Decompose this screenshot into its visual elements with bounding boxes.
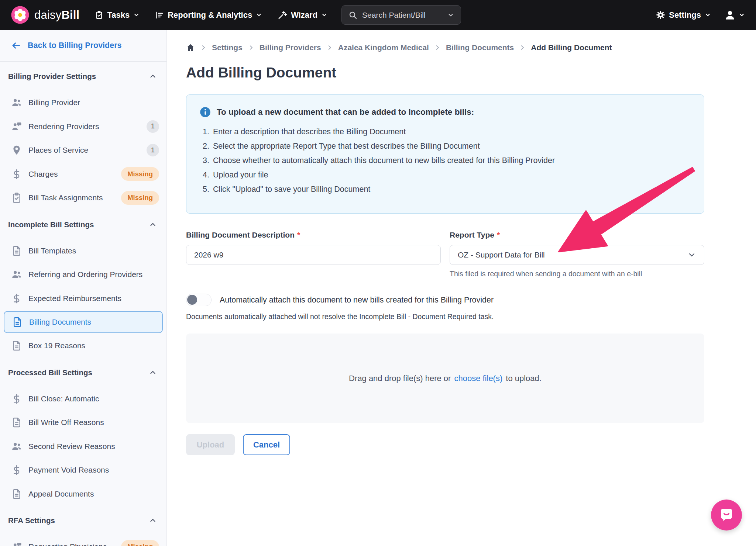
dropzone-text: to upload. [506, 374, 542, 383]
report-type-select[interactable]: OZ - Support Data for Bill [450, 245, 704, 265]
back-to-billing-providers-link[interactable]: Back to Billing Providers [0, 30, 166, 62]
document-icon [11, 417, 22, 428]
sidebar-item-requesting-physicians[interactable]: Requesting Physicians Missing [0, 535, 166, 546]
chevron-right-icon [326, 44, 333, 51]
sidebar-item-charges[interactable]: Charges Missing [0, 162, 166, 186]
missing-badge: Missing [121, 191, 159, 205]
sidebar-item-billing-provider[interactable]: Billing Provider [0, 91, 166, 115]
sidebar-item-expected-reimbursements[interactable]: Expected Reimbursements [0, 287, 166, 311]
auto-attach-toggle[interactable] [186, 294, 212, 306]
chevron-up-icon [149, 72, 157, 80]
gear-icon [656, 10, 665, 20]
sidebar-item-second-review-reasons[interactable]: Second Review Reasons [0, 435, 166, 459]
chevron-right-icon [519, 44, 526, 51]
nav-settings[interactable]: Settings [656, 10, 711, 20]
info-steps: Enter a description that describes the B… [200, 127, 691, 194]
nav-reporting-analytics[interactable]: Reporting & Analytics [155, 10, 262, 20]
document-icon [11, 488, 22, 500]
chevron-down-icon [687, 250, 696, 259]
user-account-menu[interactable] [724, 9, 745, 21]
count-badge: 1 [147, 144, 159, 156]
users-icon [11, 441, 22, 452]
section-header-incomplete-bill-settings[interactable]: Incomplete Bill Settings [0, 210, 166, 239]
section-billing-provider-settings: Billing Provider Settings Billing Provid… [0, 62, 166, 210]
map-pin-icon [11, 145, 22, 156]
section-header-processed-bill-settings[interactable]: Processed Bill Settings [0, 358, 166, 387]
section-header-rfa-settings[interactable]: RFA Settings [0, 506, 166, 535]
breadcrumb-settings[interactable]: Settings [212, 43, 243, 52]
chevron-down-icon[interactable] [447, 12, 454, 18]
auto-attach-note: Documents automatically attached will no… [186, 312, 756, 321]
upload-button[interactable]: Upload [186, 434, 235, 455]
settings-sidebar: Back to Billing Providers Billing Provid… [0, 30, 167, 546]
sidebar-item-appeal-documents[interactable]: Appeal Documents [0, 482, 166, 506]
missing-badge: Missing [121, 167, 159, 181]
chevron-down-icon [133, 12, 140, 18]
sidebar-item-billing-documents[interactable]: Billing Documents [4, 311, 163, 333]
sidebar-item-payment-void-reasons[interactable]: Payment Void Reasons [0, 458, 166, 482]
person-chat-icon [11, 541, 22, 546]
magic-wand-icon [278, 10, 287, 20]
sidebar-item-rendering-providers[interactable]: Rendering Providers 1 [0, 115, 166, 139]
cancel-button[interactable]: Cancel [243, 434, 290, 455]
breadcrumb-billing-documents[interactable]: Billing Documents [446, 43, 514, 52]
daisybill-logo[interactable]: daisyBill [11, 6, 79, 24]
sidebar-item-bill-write-off-reasons[interactable]: Bill Write Off Reasons [0, 411, 166, 435]
info-step: Choose whether to automatically attach t… [212, 156, 691, 165]
auto-attach-row: Automatically attach this document to ne… [186, 294, 756, 306]
sidebar-item-referring-ordering-providers[interactable]: Referring and Ordering Providers [0, 263, 166, 287]
chevron-down-icon [705, 12, 711, 18]
document-icon [11, 340, 22, 351]
count-badge: 1 [147, 120, 159, 133]
person-chat-icon [11, 121, 22, 132]
description-label: Billing Document Description* [186, 231, 441, 239]
auto-attach-label: Automatically attach this document to ne… [220, 296, 494, 305]
sidebar-item-bill-close-automatic[interactable]: Bill Close: Automatic [0, 387, 166, 411]
info-icon [200, 107, 211, 118]
info-box: To upload a new document that can be add… [186, 94, 704, 214]
toggle-knob [187, 295, 197, 305]
choose-files-link[interactable]: choose file(s) [454, 374, 502, 383]
sidebar-item-bill-task-assignments[interactable]: Bill Task Assignments Missing [0, 186, 166, 210]
users-icon [11, 97, 22, 108]
sidebar-item-places-of-service[interactable]: Places of Service 1 [0, 138, 166, 162]
clipboard-check-icon [11, 192, 22, 203]
required-asterisk: * [297, 231, 300, 239]
search-placeholder: Search Patient/Bill [362, 11, 426, 20]
report-type-help-text: This filed is required when sending a do… [450, 270, 704, 278]
report-type-label: Report Type* [450, 231, 704, 239]
chevron-down-icon [739, 12, 745, 18]
info-step: Click "Upload" to save your Billing Docu… [212, 185, 691, 194]
sidebar-item-bill-templates[interactable]: Bill Templates [0, 239, 166, 263]
breadcrumb-azalea-kingdom-medical[interactable]: Azalea Kingdom Medical [338, 43, 429, 52]
chat-launcher-button[interactable] [711, 500, 742, 531]
info-step: Upload your file [212, 170, 691, 180]
users-icon [11, 269, 22, 280]
main-content: Settings Billing Providers Azalea Kingdo… [167, 30, 756, 546]
daisy-flower-icon [11, 6, 29, 24]
dollar-icon [11, 293, 22, 304]
nav-wizard[interactable]: Wizard [278, 10, 327, 20]
description-input[interactable] [186, 245, 441, 265]
file-dropzone[interactable]: Drag and drop file(s) here or choose fil… [186, 334, 704, 423]
breadcrumb-billing-providers[interactable]: Billing Providers [260, 43, 321, 52]
section-processed-bill-settings: Processed Bill Settings Bill Close: Auto… [0, 358, 166, 506]
app-window: daisyBill Tasks Reporting & Analytics Wi… [0, 0, 756, 546]
chat-bubble-icon [718, 506, 735, 524]
clipboard-icon [95, 11, 103, 19]
section-header-billing-provider-settings[interactable]: Billing Provider Settings [0, 62, 166, 91]
required-asterisk: * [497, 231, 500, 239]
dollar-icon [11, 393, 22, 404]
user-avatar-icon [724, 9, 736, 21]
home-icon[interactable] [186, 43, 195, 52]
chevron-up-icon [149, 516, 157, 525]
brand-name: daisyBill [34, 8, 79, 22]
nav-tasks[interactable]: Tasks [95, 10, 140, 20]
missing-badge: Missing [121, 540, 159, 546]
section-rfa-settings: RFA Settings Requesting Physicians Missi… [0, 506, 166, 546]
sidebar-item-box-19-reasons[interactable]: Box 19 Reasons [0, 334, 166, 358]
breadcrumb: Settings Billing Providers Azalea Kingdo… [186, 43, 756, 52]
search-input[interactable]: Search Patient/Bill [341, 5, 461, 25]
chevron-right-icon [248, 44, 254, 51]
top-navbar: daisyBill Tasks Reporting & Analytics Wi… [0, 0, 756, 30]
